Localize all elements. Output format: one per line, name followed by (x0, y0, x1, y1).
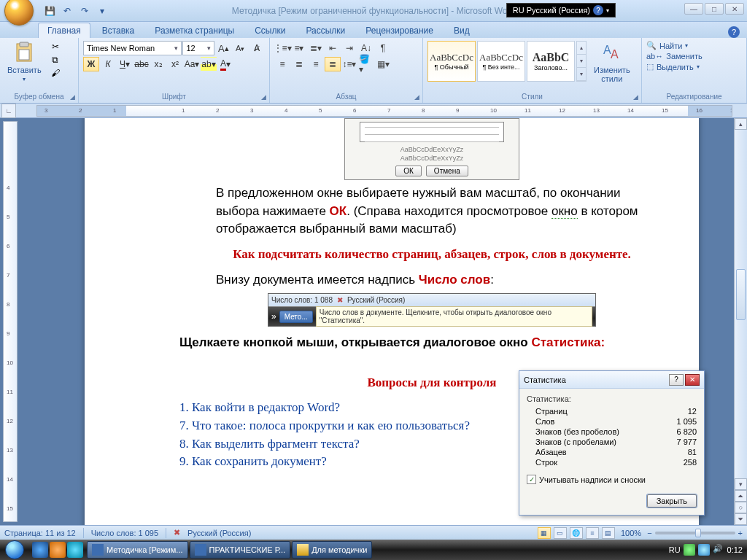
page-status[interactable]: Страница: 11 из 12 (4, 529, 76, 537)
quick-launch-item[interactable] (32, 542, 48, 558)
styles-gallery[interactable]: AaBbCcDc¶ Обычный AaBbCcDc¶ Без инте... … (426, 39, 588, 83)
wordcount-status[interactable]: Число слов: 1 095 (91, 529, 158, 537)
close-button[interactable]: ✕ (725, 3, 744, 15)
tab-insert[interactable]: Вставка (93, 23, 144, 38)
font-name-combo[interactable]: Times New Roman▾ (83, 41, 182, 55)
dialog-close-btn[interactable]: Закрыть (647, 494, 697, 508)
qat-customize-icon[interactable]: ▾ (95, 4, 109, 18)
start-button[interactable] (0, 540, 29, 560)
prev-page-button[interactable]: ⏶ (735, 490, 747, 502)
borders-button[interactable]: ▦▾ (375, 57, 391, 71)
language-indicator[interactable]: RU Русский (Россия) ? ▾ (506, 3, 616, 18)
tray-icon[interactable] (698, 544, 710, 556)
zoom-thumb[interactable] (695, 529, 701, 537)
taskbar-item[interactable]: ПРАКТИЧЕСКИЕ Р... (190, 541, 291, 559)
multilevel-button[interactable]: ≣▾ (308, 41, 324, 55)
select-button[interactable]: ⬚Выделить▾ (646, 62, 703, 71)
style-normal[interactable]: AaBbCcDc¶ Обычный (427, 41, 476, 82)
scroll-thumb[interactable] (736, 269, 746, 320)
italic-button[interactable]: К (100, 57, 116, 71)
tab-references[interactable]: Ссылки (246, 23, 294, 38)
cut-icon[interactable]: ✂ (49, 41, 62, 52)
scroll-down-button[interactable]: ▾ (735, 478, 747, 490)
tab-selector[interactable]: ∟ (1, 104, 16, 118)
style-no-spacing[interactable]: AaBbCcDc¶ Без инте... (477, 41, 525, 82)
web-layout-view[interactable]: 🌐 (570, 527, 583, 539)
zoom-in-button[interactable]: + (738, 529, 743, 537)
subscript-button[interactable]: x₂ (150, 57, 166, 71)
lang-dropdown-icon[interactable]: ▾ (606, 7, 609, 14)
styles-dialog-launcher[interactable]: ◢ (631, 93, 640, 101)
line-spacing-button[interactable]: ↕≡▾ (341, 57, 357, 71)
statistics-dialog[interactable]: Статистика ? ✕ Статистика: Страниц12 Сло… (519, 370, 705, 516)
tab-review[interactable]: Рецензирование (357, 23, 442, 38)
help-icon[interactable]: ? (593, 5, 603, 15)
minimize-button[interactable]: — (684, 3, 703, 15)
font-color-button[interactable]: A▾ (217, 57, 233, 71)
print-layout-view[interactable]: ▦ (538, 527, 551, 539)
find-button[interactable]: 🔍Найти▾ (646, 41, 703, 50)
bullets-button[interactable]: ⋮≡▾ (274, 41, 290, 55)
undo-icon[interactable]: ↶ (60, 4, 74, 18)
redo-icon[interactable]: ↷ (77, 4, 92, 18)
save-icon[interactable]: 💾 (42, 4, 57, 18)
clock[interactable]: 0:12 (727, 545, 743, 554)
office-button[interactable] (4, 0, 34, 26)
vertical-ruler[interactable]: 456789101112131415 (3, 121, 18, 522)
maximize-button[interactable]: □ (705, 3, 724, 15)
taskbar-item[interactable]: Для методички (292, 541, 372, 559)
dialog-help-button[interactable]: ? (669, 374, 684, 386)
align-left-button[interactable]: ≡ (274, 57, 290, 71)
style-heading[interactable]: AaBbCЗаголово... (527, 41, 575, 82)
dialog-close-button[interactable]: ✕ (685, 374, 700, 386)
gallery-scroll[interactable]: ▴▾▾ (576, 41, 587, 82)
volume-icon[interactable]: 🔊 (713, 544, 724, 556)
change-case-button[interactable]: Aa▾ (184, 57, 200, 71)
quick-launch-item[interactable] (67, 542, 83, 558)
underline-button[interactable]: Ч▾ (117, 57, 133, 71)
copy-icon[interactable]: ⧉ (49, 54, 62, 66)
tab-home[interactable]: Главная (38, 23, 90, 38)
decrease-indent-button[interactable]: ⇤ (325, 41, 341, 55)
increase-indent-button[interactable]: ⇥ (341, 41, 357, 55)
zoom-slider[interactable] (655, 532, 735, 534)
shading-button[interactable]: 🪣▾ (358, 57, 374, 71)
scroll-up-button[interactable]: ▴ (735, 118, 747, 130)
draft-view[interactable]: ▤ (602, 527, 615, 539)
align-center-button[interactable]: ≣ (291, 57, 307, 71)
horizontal-ruler[interactable]: 3211234567891011121314151617 (36, 105, 732, 117)
superscript-button[interactable]: x² (167, 57, 183, 71)
show-marks-button[interactable]: ¶ (375, 41, 391, 55)
dialog-titlebar[interactable]: Статистика ? ✕ (519, 371, 704, 389)
bold-button[interactable]: Ж (83, 57, 99, 71)
tab-mailings[interactable]: Рассылки (297, 23, 354, 38)
language-status[interactable]: Русский (Россия) (187, 529, 251, 537)
browse-object-button[interactable]: ○ (735, 502, 747, 513)
justify-button[interactable]: ≣ (325, 57, 341, 71)
sort-button[interactable]: A↓ (358, 41, 374, 55)
paste-button[interactable]: Вставить ▾ (3, 39, 46, 84)
proofing-icon[interactable]: ✖ (174, 528, 180, 537)
numbering-button[interactable]: ≡▾ (291, 41, 307, 55)
taskbar-item[interactable]: Методичка [Режим... (87, 541, 188, 559)
format-painter-icon[interactable]: 🖌 (49, 67, 62, 79)
ribbon-help-icon[interactable]: ? (728, 26, 740, 38)
highlight-button[interactable]: ab▾ (201, 57, 217, 71)
outline-view[interactable]: ≡ (586, 527, 599, 539)
align-right-button[interactable]: ≡ (308, 57, 324, 71)
shrink-font-icon[interactable]: A▾ (232, 41, 248, 55)
tab-page-layout[interactable]: Разметка страницы (146, 23, 243, 38)
clipboard-dialog-launcher[interactable]: ◢ (68, 93, 77, 101)
zoom-level[interactable]: 100% (621, 529, 641, 537)
next-page-button[interactable]: ⏷ (735, 513, 747, 525)
include-footnotes-checkbox[interactable]: ✓ Учитывать надписи и сноски (527, 475, 697, 484)
vertical-scrollbar[interactable]: ▴ ▾ ⏶ ○ ⏷ (734, 118, 747, 525)
zoom-out-button[interactable]: − (647, 529, 651, 537)
clear-formatting-icon[interactable]: A̷ (249, 41, 265, 55)
replace-button[interactable]: ab↔Заменить (646, 52, 703, 61)
change-styles-button[interactable]: AA Изменить стили (589, 39, 635, 85)
lang-tray[interactable]: RU (669, 545, 681, 554)
tab-view[interactable]: Вид (445, 23, 479, 38)
font-size-combo[interactable]: 12▾ (182, 41, 214, 55)
full-screen-view[interactable]: ▭ (554, 527, 567, 539)
